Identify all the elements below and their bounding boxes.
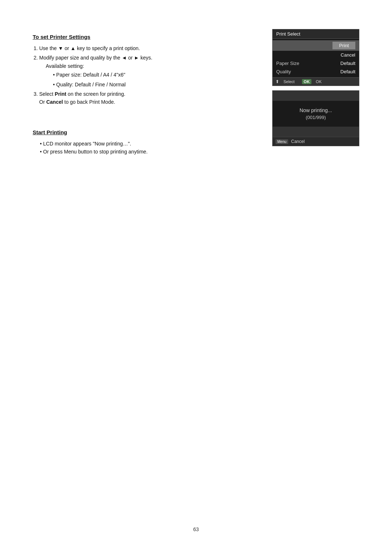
step-1: Use the ▼ or ▲ key to specify a print op… [39,44,258,52]
ok-label: OK [316,79,322,84]
print-select-paper-size-row: Paper Size Default [273,59,359,67]
quality-label: Quality [276,69,291,74]
print-select-header: Print Select [273,29,359,39]
quality-value: Default [340,69,355,74]
menu-badge: Menu [275,139,288,144]
now-printing-text: Now printing... [276,107,355,113]
cancel-value[interactable]: Cancel [341,52,355,58]
print-select-print-row: Print [273,40,359,51]
step-3: Select Print on the screen for printing.… [39,90,258,106]
start-printing-section: Start Printing LCD monitor appears "Now … [33,128,258,156]
start-printing-item-1: LCD monitor appears "Now printing…". [40,140,258,148]
now-printing-screen: Now printing... (001/999) Menu Cancel [272,90,359,146]
right-column: Print Select Print Cancel Paper Size Def… [272,29,359,157]
start-printing-item-2: Or press Menu button to stop printing an… [40,148,258,156]
np-bottom-bar [273,127,359,137]
arrow-updown-icon: ⬆ [275,79,279,84]
section2-title: Start Printing [33,128,258,137]
ok-badge: OK [302,79,312,84]
print-select-body: Print Cancel Paper Size Default Quality … [273,39,359,77]
setting-quality: Quality: Default / Fine / Normal [53,81,258,89]
print-select-footer: ⬆ Select OK OK [273,77,359,86]
section1-title: To set Printer Settings [33,33,258,41]
setting-paper-size: Paper size: Default / A4 / 4"x6" [53,71,258,79]
paper-size-label: Paper Size [276,61,299,66]
print-select-cancel-row: Cancel [273,51,359,59]
printer-settings-section: To set Printer Settings Use the ▼ or ▲ k… [33,33,258,106]
now-printing-count: (001/999) [276,115,355,120]
cancel-footer-label[interactable]: Cancel [291,139,305,144]
np-top-bar [273,91,359,101]
paper-size-value: Default [340,61,355,66]
np-middle: Now printing... (001/999) [273,101,359,127]
print-button[interactable]: Print [332,42,355,49]
now-printing-footer: Menu Cancel [273,137,359,146]
page-number: 63 [193,526,199,532]
step-2: Modify paper size and quality by the ◄ o… [39,54,258,89]
print-select-screen: Print Select Print Cancel Paper Size Def… [272,29,359,86]
left-column: To set Printer Settings Use the ▼ or ▲ k… [33,29,258,157]
select-label: Select [283,79,295,84]
print-select-quality-row: Quality Default [273,67,359,76]
ok-badge-container: OK [302,79,312,84]
